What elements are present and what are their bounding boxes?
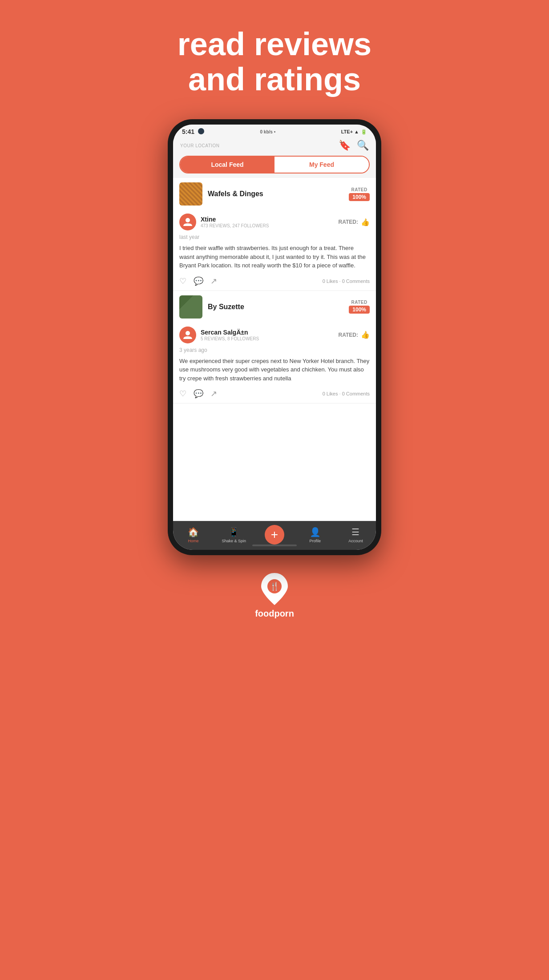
avatar-1 [179,214,196,230]
home-icon: 🏠 [188,527,199,537]
headline: read reviews and ratings [178,27,371,97]
avatar-2 [179,327,196,343]
review-actions-1: ♡ 💬 ↗ 0 Likes · 0 Comments [173,274,376,290]
svg-point-1 [186,331,190,335]
nav-home[interactable]: 🏠 Home [173,527,214,543]
review-actions-2: ♡ 💬 ↗ 0 Likes · 0 Comments [173,386,376,403]
comment-icon-1[interactable]: 💬 [194,276,203,286]
status-center: 0 kb/s • [260,129,276,134]
status-icons: LTE+ ▲ 🔋 [341,129,367,135]
location-label: YOUR LOCATION [180,143,220,148]
rated-value-1: 100% [349,193,370,201]
account-icon: ☰ [351,527,359,537]
likes-comments-1: 0 Likes · 0 Comments [323,278,370,284]
header-icons: 🔖 🔍 [339,140,369,151]
shake-icon: 📱 [228,527,239,537]
feed-tab-bar: Local Feed My Feed [179,156,370,173]
reviewer-row-1: Xtine 473 REVIEWS, 247 FOLLOWERS RATED: … [173,210,376,232]
phone-screen: 5:41 0 kb/s • LTE+ ▲ 🔋 YOUR LOCATION 🔖 🔍… [173,125,376,550]
timestamp-2: 3 years ago [173,345,376,355]
share-icon-2[interactable]: ↗ [210,389,217,399]
restaurant-thumb-1[interactable] [179,182,202,206]
rated-value-2: 100% [349,306,370,314]
reviewer-stats-1: 473 REVIEWS, 247 FOLLOWERS [201,223,339,228]
nav-account-label: Account [348,539,363,543]
rated-badge-1: RATED 100% [349,187,370,201]
svg-point-0 [186,218,190,222]
restaurant-name-2: By Suzette [208,303,349,311]
restaurant-thumb-2[interactable] [179,295,202,319]
signal-icon: LTE+ ▲ [341,129,359,134]
reviewer-name-2: Sercan SalgÄ±n [201,329,339,336]
profile-icon: 👤 [310,527,321,537]
local-feed-tab[interactable]: Local Feed [180,157,274,173]
restaurant-card-1: Wafels & Dinges RATED 100% [173,178,376,291]
plus-icon: + [271,528,278,542]
reviewer-row-2: Sercan SalgÄ±n 5 REVIEWS, 8 FOLLOWERS RA… [173,323,376,345]
action-icons-1: ♡ 💬 ↗ [179,276,217,286]
headline-line1: read reviews [178,27,371,62]
reviewer-info-1: Xtine 473 REVIEWS, 247 FOLLOWERS [201,216,339,228]
battery-icon: 🔋 [361,129,367,135]
phone-mockup: 5:41 0 kb/s • LTE+ ▲ 🔋 YOUR LOCATION 🔖 🔍… [168,119,381,555]
nav-profile[interactable]: 👤 Profile [295,527,335,543]
thumbsup-icon-2: 👍 [361,331,370,339]
rated-label-1: RATED [351,187,367,192]
restaurant-header-2: By Suzette RATED 100% [173,291,376,323]
app-header: YOUR LOCATION 🔖 🔍 [173,137,376,156]
nav-home-label: Home [188,539,199,543]
share-icon-1[interactable]: ↗ [210,276,217,286]
nav-account[interactable]: ☰ Account [335,527,376,543]
rated-thumbs-2: RATED: 👍 [339,331,370,339]
restaurant-name-1: Wafels & Dinges [208,190,349,198]
restaurant-header-1: Wafels & Dinges RATED 100% [173,178,376,210]
thumbsup-icon-1: 👍 [361,218,370,226]
restaurant-card-2: By Suzette RATED 100% [173,291,376,404]
nav-profile-label: Profile [309,539,321,543]
rated-label-2: RATED [351,300,367,305]
foodporn-logo: 🍴 foodporn [255,573,294,619]
brand-name: foodporn [255,609,294,619]
feed-content: Wafels & Dinges RATED 100% [173,178,376,521]
review-text-2: We experienced their super crepes next t… [173,355,376,387]
phone-home-bar [252,544,297,546]
svg-text:🍴: 🍴 [270,581,280,591]
nav-shake[interactable]: 📱 Shake & Spin [214,527,254,543]
timestamp-1: last year [173,232,376,242]
nav-shake-label: Shake & Spin [222,539,246,543]
bookmark-icon[interactable]: 🔖 [339,140,351,151]
action-icons-2: ♡ 💬 ↗ [179,389,217,399]
reviewer-stats-2: 5 REVIEWS, 8 FOLLOWERS [201,336,339,341]
status-time: 5:41 [182,128,194,135]
likes-comments-2: 0 Likes · 0 Comments [323,391,370,396]
headline-line2: and ratings [178,62,371,97]
review-text-1: I tried their waffle with strawberries. … [173,242,376,274]
comment-icon-2[interactable]: 💬 [194,389,203,399]
reviewer-info-2: Sercan SalgÄ±n 5 REVIEWS, 8 FOLLOWERS [201,329,339,341]
nav-plus[interactable]: + [254,525,295,544]
reviewer-name-1: Xtine [201,216,339,223]
rated-badge-2: RATED 100% [349,300,370,314]
logo-icon: 🍴 [261,573,288,605]
rated-thumbs-1: RATED: 👍 [339,218,370,226]
plus-button[interactable]: + [265,525,284,544]
like-icon-1[interactable]: ♡ [179,276,186,286]
search-icon[interactable]: 🔍 [357,140,369,151]
my-feed-tab[interactable]: My Feed [274,157,369,173]
like-icon-2[interactable]: ♡ [179,389,186,399]
